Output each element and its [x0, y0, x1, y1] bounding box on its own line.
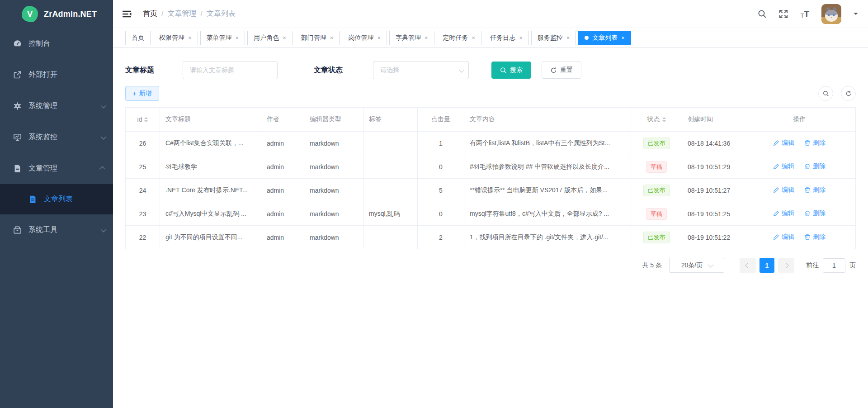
edit-link[interactable]: 编辑	[773, 162, 794, 171]
edit-link[interactable]: 编辑	[773, 209, 794, 218]
select-placeholder: 请选择	[380, 66, 399, 74]
pencil-icon	[773, 140, 779, 146]
search-button[interactable]: 搜索	[491, 62, 531, 79]
breadcrumb-home[interactable]: 首页	[143, 9, 157, 19]
delete-link[interactable]: 删除	[804, 233, 826, 241]
trash-icon	[804, 234, 811, 240]
tab-scheduled-task[interactable]: 定时任务 ×	[437, 31, 482, 45]
main-area: 首页 / 文章管理 / 文章列表 TT	[113, 0, 868, 408]
close-icon[interactable]: ×	[472, 35, 476, 41]
tab-service-monitor[interactable]: 服务监控 ×	[531, 31, 576, 45]
cell-author: admin	[261, 132, 304, 155]
tab-label: 服务监控	[538, 34, 563, 42]
page-number-button[interactable]: 1	[760, 258, 774, 273]
sidebar-item-article-management[interactable]: 文章管理	[0, 153, 113, 184]
edit-label: 编辑	[782, 162, 794, 171]
delete-link[interactable]: 删除	[804, 139, 826, 147]
status-badge: 已发布	[643, 138, 670, 149]
tab-article-list[interactable]: 文章列表 ×	[578, 31, 631, 45]
tab-permission[interactable]: 权限管理 ×	[153, 31, 198, 45]
column-header-status[interactable]: 状态	[631, 108, 682, 132]
edit-link[interactable]: 编辑	[773, 186, 794, 194]
document-icon	[28, 195, 37, 204]
fullscreen-icon[interactable]	[779, 9, 788, 19]
trash-icon	[804, 163, 811, 170]
close-icon[interactable]: ×	[283, 35, 286, 41]
delete-link[interactable]: 删除	[804, 186, 826, 194]
close-icon[interactable]: ×	[188, 35, 192, 41]
close-icon[interactable]: ×	[236, 35, 239, 41]
tab-label: 定时任务	[443, 34, 468, 42]
document-icon	[13, 164, 22, 173]
sidebar-item-console[interactable]: 控制台	[0, 28, 113, 59]
sidebar-item-system-management[interactable]: 系统管理	[0, 90, 113, 122]
sidebar-item-article-list[interactable]: 文章列表	[0, 184, 113, 214]
reset-button[interactable]: 重置	[542, 62, 581, 79]
tab-post-management[interactable]: 岗位管理 ×	[342, 31, 387, 45]
avatar[interactable]	[821, 4, 841, 24]
show-search-button[interactable]	[818, 86, 833, 101]
column-header-actions: 操作	[743, 108, 856, 132]
table-row: 24 .NET Core 发布时提示.NET... admin markdown…	[126, 179, 856, 202]
sort-carets-icon[interactable]	[144, 117, 148, 122]
refresh-icon	[550, 67, 557, 74]
column-label: id	[137, 116, 142, 123]
pencil-icon	[773, 210, 779, 217]
gear-icon	[13, 102, 22, 110]
chevron-down-icon	[101, 134, 107, 140]
tab-menu-management[interactable]: 菜单管理 ×	[200, 31, 245, 45]
filter-form: 文章标题 文章状态 请选择 搜索 重	[125, 56, 856, 85]
goto-suffix: 页	[849, 261, 856, 270]
delete-link[interactable]: 删除	[804, 162, 826, 171]
cell-editor: markdown	[304, 155, 363, 179]
tab-user-role[interactable]: 用户角色 ×	[247, 31, 292, 45]
sidebar-collapse-icon[interactable]	[122, 10, 132, 18]
close-icon[interactable]: ×	[519, 35, 523, 41]
cell-created: 08-18 14:41:36	[682, 132, 743, 155]
search-icon[interactable]	[758, 9, 767, 19]
cell-hits: 0	[418, 202, 464, 226]
close-icon[interactable]: ×	[621, 35, 625, 41]
tabs-bar: 首页 权限管理 × 菜单管理 × 用户角色 × 部门管理 × 岗位管理 ×	[113, 28, 868, 48]
edit-link[interactable]: 编辑	[773, 233, 794, 241]
sort-carets-icon[interactable]	[662, 117, 666, 122]
column-header-id[interactable]: id	[126, 108, 160, 132]
edit-label: 编辑	[782, 233, 794, 241]
tab-task-log[interactable]: 任务日志 ×	[484, 31, 529, 45]
prev-page-button[interactable]	[740, 258, 756, 273]
add-button[interactable]: + 新增	[125, 86, 159, 101]
tab-dictionary[interactable]: 字典管理 ×	[389, 31, 434, 45]
close-icon[interactable]: ×	[425, 35, 428, 41]
refresh-table-button[interactable]	[841, 86, 856, 101]
status-badge: 草稿	[646, 161, 667, 173]
cell-actions: 编辑 删除	[743, 132, 856, 155]
sidebar-item-system-monitor[interactable]: 系统监控	[0, 122, 113, 153]
cell-content: mysql字符集utf8，c#写入中文后，全部显示成? ...	[464, 202, 631, 226]
breadcrumb-article-management[interactable]: 文章管理	[167, 9, 196, 19]
edit-link[interactable]: 编辑	[773, 139, 794, 147]
page-size-select[interactable]: 20条/页	[669, 258, 724, 273]
sidebar-item-system-tools[interactable]: 系统工具	[0, 214, 113, 246]
tab-department[interactable]: 部门管理 ×	[295, 31, 340, 45]
sidebar-item-external-open[interactable]: 外部打开	[0, 59, 113, 90]
goto-page-input[interactable]	[823, 258, 845, 273]
close-icon[interactable]: ×	[377, 35, 381, 41]
tab-home[interactable]: 首页	[125, 31, 151, 45]
tab-label: 权限管理	[159, 34, 184, 42]
close-icon[interactable]: ×	[566, 35, 570, 41]
cell-hits: 2	[418, 226, 464, 249]
caret-down-icon[interactable]	[854, 13, 858, 17]
sidebar-menu: 控制台 外部打开 系统管理 系统监控	[0, 28, 113, 408]
next-page-button[interactable]	[778, 258, 794, 273]
status-badge: 草稿	[646, 208, 667, 220]
cell-id: 25	[126, 155, 160, 179]
article-title-input[interactable]	[183, 61, 278, 79]
reset-button-label: 重置	[560, 66, 573, 74]
close-icon[interactable]: ×	[330, 35, 334, 41]
font-size-icon[interactable]: TT	[800, 9, 809, 19]
cell-status: 已发布	[631, 226, 682, 249]
article-status-select[interactable]: 请选择	[373, 61, 469, 79]
delete-link[interactable]: 删除	[804, 209, 826, 218]
sidebar-item-label: 控制台	[28, 39, 105, 48]
delete-label: 删除	[813, 139, 826, 147]
